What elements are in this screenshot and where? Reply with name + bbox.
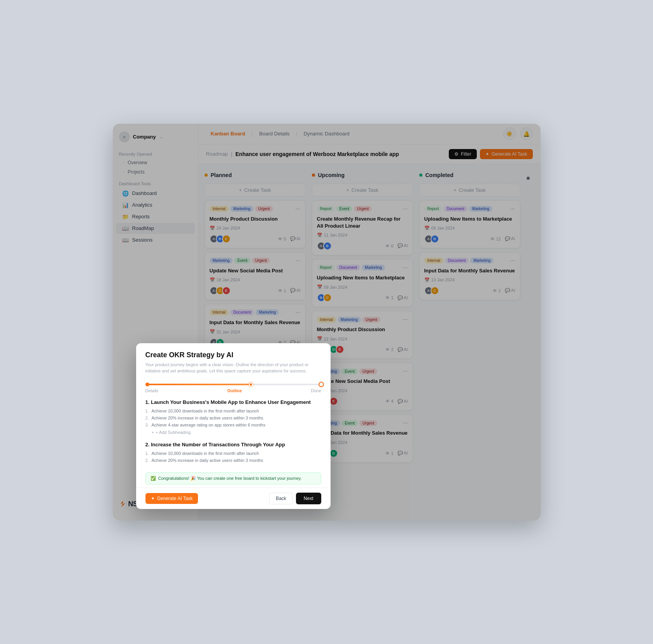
modal-footer: ✦ Generate AI Task Back Next — [198, 488, 331, 509]
modal-title: Create OKR Strategy by AI — [198, 351, 321, 359]
add-subheading-btn[interactable]: + + Add Subheading — [198, 428, 321, 436]
progress-dot-mid — [249, 383, 253, 386]
modal-subtitle: Your product journey begins with a clear… — [198, 361, 321, 374]
outline-title-2: 2. Increase the Number of Transactions T… — [198, 442, 321, 447]
progress-track — [198, 384, 321, 385]
back-button[interactable]: Back — [269, 493, 293, 504]
outline-item-2-2: Achieve 20% increase in daily active use… — [198, 457, 321, 464]
step-done: Done — [311, 388, 321, 393]
outline-title-1: 1. Launch Your Business's Mobile App to … — [198, 399, 321, 405]
progress-fill — [198, 384, 251, 385]
outline-section-2: 2. Increase the Number of Transactions T… — [198, 442, 321, 464]
step-outline: Outline — [227, 388, 242, 393]
modal-body: 1. Launch Your Business's Mobile App to … — [198, 399, 331, 469]
outline-item-1-1: Achieve 10,000 downloads in the first mo… — [198, 407, 321, 414]
outline-item-1-3: Achieve 4-star average rating on app sto… — [198, 421, 321, 428]
modal-header: Create OKR Strategy by AI Your product j… — [198, 343, 331, 377]
success-banner: ✅ Congratulations! 🎉 You can create one … — [198, 472, 321, 484]
outline-item-1-2: Achieve 20% increase in daily active use… — [198, 414, 321, 421]
outline-item-2-1: Achieve 10,000 downloads in the first mo… — [198, 450, 321, 457]
success-text: Congratulations! 🎉 You can create one fr… — [198, 476, 302, 481]
app-window: C Company ⌄ Recently Opened Overview Pro… — [113, 124, 541, 521]
outline-section-1: 1. Launch Your Business's Mobile App to … — [198, 399, 321, 436]
modal-progress: Details Outline Done — [198, 377, 331, 399]
modal-overlay: Create OKR Strategy by AI Your product j… — [198, 124, 541, 521]
main-content: Kanban Board | Board Details | Dynamic D… — [198, 124, 541, 521]
next-button[interactable]: Next — [296, 493, 321, 504]
footer-right-buttons: Back Next — [269, 493, 321, 504]
create-okr-modal: Create OKR Strategy by AI Your product j… — [198, 343, 331, 509]
progress-steps: Details Outline Done — [198, 388, 321, 393]
progress-dot-end — [319, 383, 323, 386]
